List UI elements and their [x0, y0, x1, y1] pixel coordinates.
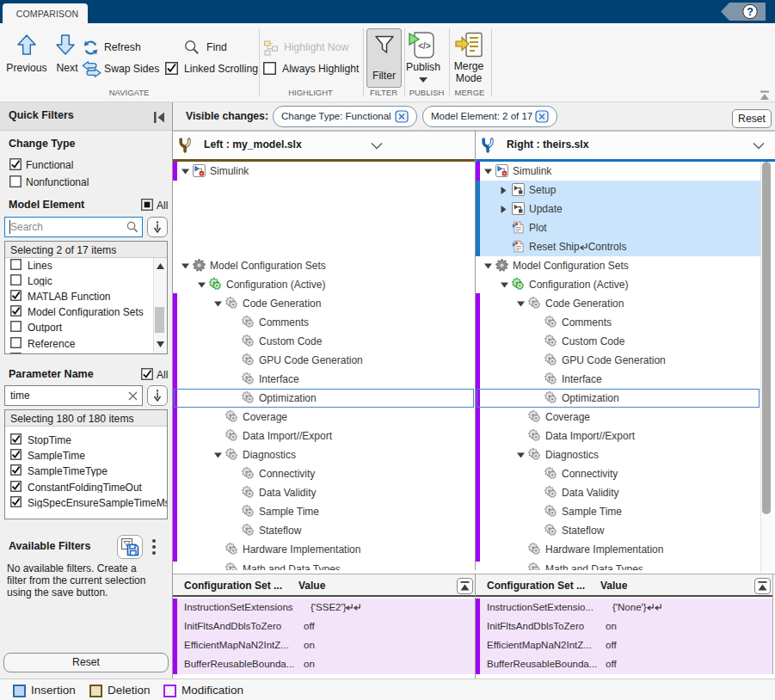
svg-text:</>: </>: [418, 41, 431, 51]
svg-text:?: ?: [747, 6, 753, 18]
